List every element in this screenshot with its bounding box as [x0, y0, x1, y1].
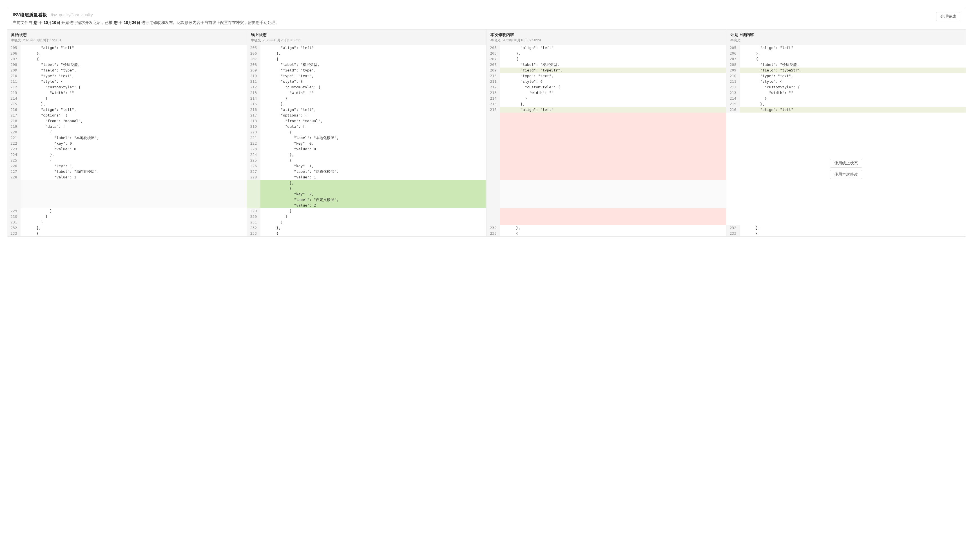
line-number: 223 — [247, 146, 260, 152]
diff-grid: 原始状态 牛晓光 2023年10月10日11:28:31 205 "align"… — [7, 29, 966, 237]
line-number: 212 — [726, 84, 740, 90]
code-line: 212 "customStyle": { — [726, 84, 966, 90]
line-number — [486, 192, 500, 197]
code-line: 208 "label": "楼层类型, — [247, 62, 486, 68]
line-number: 233 — [726, 231, 740, 237]
code-line-gap — [7, 197, 247, 203]
code-line-removed-block — [486, 158, 726, 163]
line-number: 207 — [486, 56, 500, 62]
line-number: 215 — [7, 101, 20, 107]
done-button[interactable]: 处理完成 — [936, 12, 960, 21]
col-title: 线上状态 — [251, 32, 482, 37]
code-text: "type": "text", — [500, 73, 726, 79]
code-text: "type": "text", — [260, 73, 486, 79]
line-number: 233 — [7, 231, 20, 237]
code-line: 223 "value": 0 — [7, 146, 247, 152]
code-text: "key": 1, — [20, 163, 247, 169]
code-text: "align": "left" — [260, 45, 486, 51]
line-number: 216 — [726, 107, 740, 113]
line-number: 205 — [486, 45, 500, 51]
code-text: "width": "" — [500, 90, 726, 96]
code-text: }, — [20, 51, 247, 56]
use-online-button[interactable]: 使用线上状态 — [830, 159, 862, 168]
code-line: 224 }, — [247, 152, 486, 158]
line-number: 231 — [247, 220, 260, 225]
code-line: 216 "align": "left" — [486, 107, 726, 113]
code-line-removed-block — [486, 163, 726, 169]
line-number: 224 — [247, 152, 260, 158]
line-number: 219 — [247, 124, 260, 130]
line-number: 217 — [247, 113, 260, 118]
code-text: }, — [20, 225, 247, 231]
desc-you: 您 — [33, 20, 37, 25]
line-number: 214 — [7, 96, 20, 101]
desc-you: 您 — [114, 20, 118, 25]
line-number: 222 — [7, 141, 20, 146]
code-text: "width": "" — [260, 90, 486, 96]
code-text — [500, 130, 726, 135]
code-text — [20, 192, 247, 197]
code-line-removed-block — [486, 135, 726, 141]
code-line-gap — [7, 203, 247, 208]
line-number: 218 — [247, 118, 260, 124]
col-header: 线上状态 牛晓光 2023年10月26日18:53:21 — [247, 30, 486, 45]
line-number: 211 — [247, 79, 260, 84]
code-text: { — [260, 158, 486, 163]
code-text: "key": 1, — [260, 163, 486, 169]
code-text: "type": "text", — [20, 73, 247, 79]
code-line: 214 } — [7, 96, 247, 101]
code-line: 210 "type": "text", — [486, 73, 726, 79]
code-text: }, — [740, 225, 966, 231]
desc-date-start: 10月10日 — [43, 20, 60, 25]
line-number: 208 — [486, 62, 500, 68]
code-text — [500, 220, 726, 225]
line-number: 222 — [247, 141, 260, 146]
line-number — [247, 180, 260, 186]
line-number: 205 — [726, 45, 740, 51]
code-text: { — [20, 56, 247, 62]
line-number: 229 — [247, 208, 260, 214]
line-number — [486, 152, 500, 158]
col-online: 线上状态 牛晓光 2023年10月26日18:53:21 205 "align"… — [247, 30, 487, 237]
code-text: } — [260, 96, 486, 101]
code-line-removed-block — [486, 169, 726, 175]
line-number: 209 — [247, 68, 260, 73]
col-meta: 牛晓光 2023年10月26日18:53:21 — [251, 38, 482, 43]
code-text: "data": [ — [260, 124, 486, 130]
code-line-gap — [486, 180, 726, 186]
code-text: }, — [740, 51, 966, 56]
col-time: 2023年10月26日18:53:21 — [263, 38, 301, 42]
code-line: 210 "type": "text", — [247, 73, 486, 79]
code-line: 230 ] — [7, 214, 247, 220]
code-line-gap — [486, 197, 726, 203]
code-text: "key": 0, — [20, 141, 247, 146]
line-number — [247, 197, 260, 203]
line-number — [486, 113, 500, 118]
code-text: "from": "manual", — [20, 118, 247, 124]
code-text: { — [740, 56, 966, 62]
line-number: 205 — [247, 45, 260, 51]
code-text — [500, 124, 726, 130]
resolve-action-block: 使用线上状态使用本次修改 — [726, 113, 966, 225]
code-text — [500, 175, 726, 180]
code-line-removed-block — [486, 214, 726, 220]
code-line-removed-block — [486, 146, 726, 152]
code-text: "value": 0 — [20, 146, 247, 152]
use-local-button[interactable]: 使用本次修改 — [830, 170, 862, 179]
code-line: "key": 2, — [247, 192, 486, 197]
line-number: 232 — [7, 225, 20, 231]
line-number: 210 — [7, 73, 20, 79]
code-text: { — [500, 231, 726, 237]
col-meta: 牛晓光 2023年10月18日09:58:29 — [491, 38, 722, 43]
code-text: "label": "自定义楼层", — [260, 197, 486, 203]
line-number: 213 — [486, 90, 500, 96]
code-line: 206 }, — [247, 51, 486, 56]
panel-header: ISV楼层质量看板 /isv_quality/floor_quality 当前文… — [7, 7, 966, 29]
line-number: 226 — [7, 163, 20, 169]
code-line: "label": "自定义楼层", — [247, 197, 486, 203]
code-text — [20, 186, 247, 192]
code-line: 207 { — [486, 56, 726, 62]
line-number: 215 — [726, 101, 740, 107]
line-number: 205 — [7, 45, 20, 51]
code-line: 213 "width": "" — [486, 90, 726, 96]
